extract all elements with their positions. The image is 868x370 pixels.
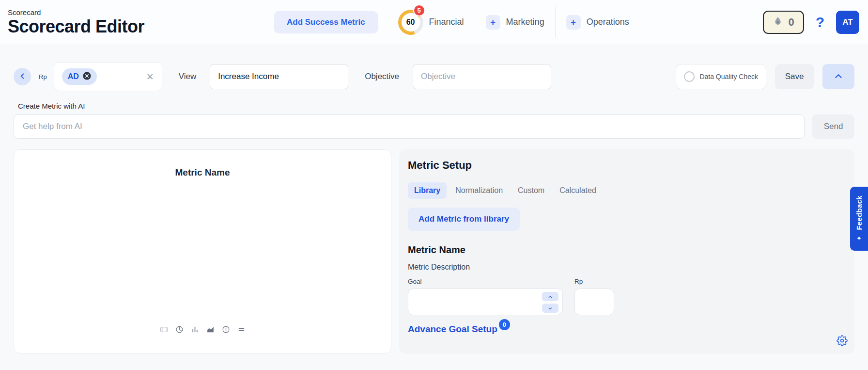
tab-normalization[interactable]: Normalization: [449, 182, 509, 199]
view-input[interactable]: [210, 64, 348, 89]
header-divider: [555, 7, 556, 37]
metric-setup-panel: Metric Setup Library Normalization Custo…: [399, 149, 854, 354]
back-button[interactable]: [14, 68, 31, 85]
scorecard-chip[interactable]: AD: [62, 68, 97, 85]
area-chart-icon[interactable]: [206, 325, 215, 334]
table-view-icon[interactable]: [160, 325, 168, 334]
objective-input[interactable]: [413, 64, 551, 89]
bar-chart-icon[interactable]: [191, 325, 199, 334]
streak-count: 0: [788, 16, 794, 29]
tab-calculated[interactable]: Calculated: [553, 182, 603, 199]
add-success-metric-button[interactable]: Add Success Metric: [274, 11, 378, 33]
advance-goal-row: Advance Goal Setup 0: [408, 324, 846, 335]
chevron-up-icon: [833, 71, 844, 83]
metric-setup-tabs: Library Normalization Custom Calculated: [408, 182, 846, 199]
ai-assist-section: Create Metric with AI Send: [14, 102, 854, 139]
scorecard-chip-box: AD ✕: [54, 62, 162, 91]
flame-drop-icon: [773, 16, 783, 29]
tab-operations-label: Operations: [587, 17, 629, 27]
settings-gear-icon[interactable]: [837, 335, 848, 348]
stepper-up-icon[interactable]: [542, 292, 558, 301]
main-panels: Metric Name: [14, 149, 854, 354]
goal-input-wrap: [408, 289, 563, 315]
tab-custom[interactable]: Custom: [512, 182, 551, 199]
goal-input[interactable]: [408, 289, 563, 315]
brand-block: Scorecard Scorecard Editor: [8, 7, 274, 37]
metric-description-label: Metric Description: [408, 263, 846, 272]
advance-goal-badge: 0: [499, 319, 510, 330]
info-icon[interactable]: [222, 325, 230, 334]
list-view-icon[interactable]: [237, 325, 246, 334]
breadcrumb: Scorecard: [8, 8, 274, 16]
currency-input[interactable]: [574, 289, 614, 315]
save-button[interactable]: Save: [775, 64, 814, 89]
tab-financial-label: Financial: [429, 17, 464, 27]
scorecard-tabs: 60 5 Financial + Marketing + Operations: [398, 7, 629, 37]
chip-remove-icon[interactable]: [83, 72, 91, 82]
metric-name-heading: Metric Name: [408, 244, 846, 256]
add-marketing-plus-icon[interactable]: +: [486, 15, 500, 30]
add-metric-from-library-button[interactable]: Add Metric from library: [408, 208, 520, 231]
objective-label: Objective: [365, 72, 399, 81]
pie-chart-icon[interactable]: [175, 325, 184, 334]
help-icon[interactable]: ?: [816, 14, 824, 31]
radio-circle-icon: [684, 71, 695, 82]
feedback-label: Feedback: [855, 195, 863, 230]
data-quality-check-label: Data Quality Check: [699, 73, 758, 80]
goal-stepper: [542, 292, 558, 313]
financial-score-gauge: 60 5: [398, 10, 423, 35]
data-quality-check-toggle[interactable]: Data Quality Check: [676, 64, 766, 89]
goal-label: Goal: [408, 278, 563, 285]
stepper-down-icon[interactable]: [542, 304, 558, 313]
goal-row: Goal Rp: [408, 278, 846, 315]
editor-toolbar: Rp AD ✕ View Objective Data Quality Chec…: [14, 62, 854, 91]
ai-assist-label: Create Metric with AI: [18, 102, 854, 110]
sparkle-icon: ✦: [856, 235, 862, 242]
page-title: Scorecard Editor: [8, 16, 274, 37]
ai-assist-row: Send: [14, 114, 854, 139]
metric-chart-card: Metric Name: [14, 149, 391, 354]
tab-financial[interactable]: 60 5 Financial: [398, 10, 464, 35]
feedback-tab[interactable]: Feedback ✦: [850, 187, 868, 251]
tab-marketing-label: Marketing: [506, 17, 544, 27]
goal-group: Goal: [408, 278, 563, 315]
header-divider: [475, 7, 475, 37]
ai-prompt-input[interactable]: [14, 114, 805, 139]
collapse-button[interactable]: [822, 64, 854, 89]
send-button[interactable]: Send: [812, 114, 854, 139]
chart-type-switcher: [14, 325, 391, 334]
clear-selection-icon[interactable]: ✕: [146, 71, 154, 82]
header-right-cluster: 0 ? AT: [763, 11, 859, 34]
scorecard-editor-page: Scorecard Scorecard Editor Add Success M…: [0, 0, 868, 370]
currency-unit-label: Rp: [574, 278, 614, 285]
advance-goal-setup-link[interactable]: Advance Goal Setup: [408, 324, 497, 335]
add-operations-plus-icon[interactable]: +: [566, 15, 581, 30]
metric-setup-title: Metric Setup: [408, 159, 846, 172]
streak-counter[interactable]: 0: [763, 11, 804, 34]
avatar[interactable]: AT: [836, 11, 859, 34]
currency-group: Rp: [574, 278, 614, 315]
toolbar-right-cluster: Data Quality Check Save: [676, 64, 854, 89]
tab-library[interactable]: Library: [408, 182, 447, 199]
currency-label: Rp: [39, 73, 47, 80]
chevron-left-icon: [18, 72, 27, 82]
header: Scorecard Scorecard Editor Add Success M…: [0, 0, 868, 44]
chart-title: Metric Name: [14, 167, 391, 178]
notification-badge: 5: [413, 4, 425, 16]
tab-operations[interactable]: + Operations: [566, 15, 629, 30]
chip-label: AD: [68, 72, 79, 81]
tab-marketing[interactable]: + Marketing: [486, 15, 544, 30]
view-label: View: [179, 72, 197, 81]
